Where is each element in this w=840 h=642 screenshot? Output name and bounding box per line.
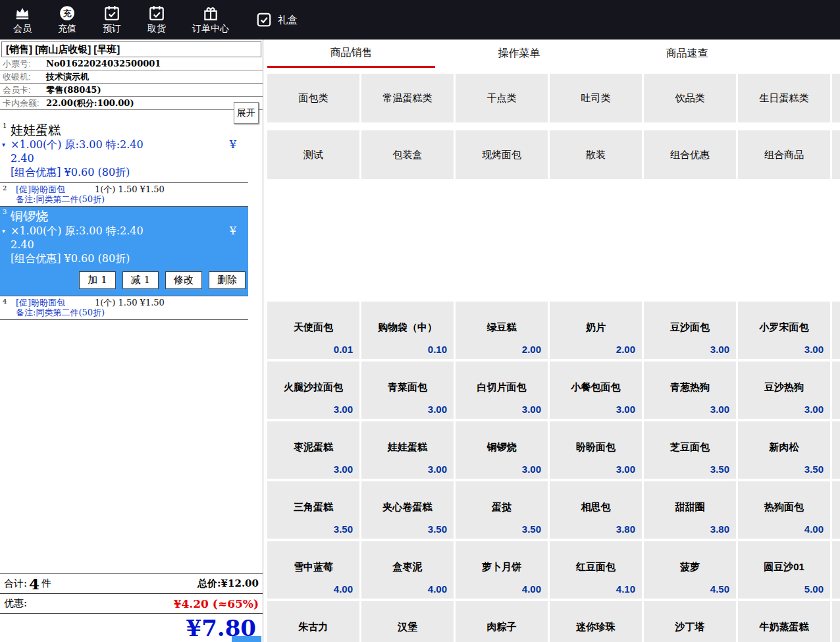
cart-item-selected[interactable]: 3 铜锣烧 ▾ ×1.00(个) 原:3.00 特:2.40 ¥ 2.40 [组… <box>0 207 248 296</box>
product-tile[interactable]: 盼盼面包3.00 <box>550 421 642 479</box>
product-tile[interactable]: 铜锣烧3.00 <box>456 421 548 479</box>
toolbar-reservation-button[interactable]: 预订 <box>103 5 121 35</box>
category-tile[interactable]: 吐司类 <box>550 74 642 122</box>
product-tile[interactable]: 萝卜月饼4.00 <box>456 541 548 599</box>
category-tile[interactable]: 测试 <box>267 130 359 179</box>
total-count: 4 <box>29 575 39 593</box>
collapse-triangle-icon[interactable]: ▾ <box>2 138 5 152</box>
product-tile[interactable]: 沙丁塔 <box>644 601 736 642</box>
product-tile[interactable]: 天使面包0.01 <box>267 302 359 359</box>
product-tile[interactable]: 青葱热狗3.00 <box>644 361 736 419</box>
category-tile[interactable]: 干点类 <box>456 74 548 122</box>
product-name: 火腿沙拉面包 <box>267 381 359 394</box>
product-price: 2.00 <box>522 344 541 355</box>
category-tile[interactable]: 饮品类 <box>644 74 736 122</box>
tab-product-quick-search[interactable]: 商品速查 <box>603 40 771 68</box>
product-price: 3.50 <box>334 523 353 535</box>
product-tile[interactable]: 新肉松3.50 <box>738 421 830 479</box>
product-price: 3.00 <box>710 344 729 355</box>
cart-item[interactable]: 1 娃娃蛋糕 ▾ ×1.00(个) 原:3.00 特:2.40 ¥ 2.40 [… <box>0 120 248 183</box>
toolbar-giftbox-button[interactable]: 礼盒 <box>255 11 298 28</box>
category-tile[interactable]: 组合商品 <box>738 130 830 179</box>
product-tile[interactable]: 芝豆面包3.50 <box>644 421 736 479</box>
product-price: 3.50 <box>804 464 824 475</box>
toolbar-member-button[interactable]: 会员 <box>13 5 32 35</box>
product-tile[interactable]: 汉堡 <box>361 601 454 642</box>
product-tile[interactable]: 热狗面包4.00 <box>738 481 830 539</box>
product-name: 购物袋（中） <box>361 321 454 334</box>
minus-one-button[interactable]: 减 1 <box>122 271 159 289</box>
product-tile[interactable]: 青菜面包3.00 <box>361 361 454 419</box>
cart-item-combo-discount: [组合优惠] ¥0.60 (80折) <box>11 252 248 266</box>
checkbox-check-icon <box>255 11 273 28</box>
cart-item-qty-price: 1(个) 1.50 ¥1.50 <box>95 298 165 308</box>
product-tile[interactable]: 朱古力 <box>267 601 359 642</box>
category-tile[interactable]: 面包类 <box>267 74 359 122</box>
cart-item[interactable]: 4 [促]盼盼面包 1(个) 1.50 ¥1.50 备注:同类第二件(50折) <box>0 296 248 320</box>
product-tile[interactable]: 枣泥蛋糕3.00 <box>267 421 359 479</box>
product-tile[interactable]: 白切片面包3.00 <box>456 361 548 419</box>
product-tile[interactable]: 三角蛋糕3.50 <box>267 481 359 539</box>
partial-tile <box>832 481 840 539</box>
product-price: 3.50 <box>428 523 447 535</box>
product-tile[interactable]: 肉粽子 <box>456 601 548 642</box>
product-tile[interactable]: 绿豆糕2.00 <box>456 302 548 359</box>
product-tile[interactable]: 购物袋（中）0.10 <box>361 302 454 359</box>
info-row-register: 收银机: 技术演示机 <box>0 70 263 84</box>
cart-item[interactable]: 2 [促]盼盼面包 1(个) 1.50 ¥1.50 备注:同类第二件(50折) <box>0 183 248 207</box>
category-tile[interactable]: 现烤面包 <box>456 130 548 179</box>
product-tile[interactable]: 豆沙热狗3.00 <box>738 361 830 419</box>
cart-item-promo-name: [促]盼盼面包 <box>16 184 95 194</box>
toolbar-pickup-button[interactable]: 取货 <box>147 5 166 35</box>
product-tile[interactable]: 蛋挞3.50 <box>456 481 548 539</box>
summary-payable-row: ¥7.80 <box>0 613 263 642</box>
tab-operation-menu[interactable]: 操作菜单 <box>435 40 603 68</box>
add-one-button[interactable]: 加 1 <box>79 271 115 289</box>
product-name: 豆沙热狗 <box>738 381 830 394</box>
cart-item-actions: 加 1 减 1 修改 删除 <box>11 271 248 289</box>
modify-button[interactable]: 修改 <box>165 271 202 289</box>
delete-button[interactable]: 删除 <box>209 271 246 289</box>
collapse-triangle-icon[interactable]: ▾ <box>2 224 5 238</box>
product-tile[interactable]: 夹心卷蛋糕3.50 <box>361 481 454 539</box>
toolbar-recharge-button[interactable]: 充 充值 <box>58 5 76 35</box>
product-tile[interactable]: 甜甜圈3.80 <box>644 481 736 539</box>
partial-tile <box>832 302 840 359</box>
product-tile[interactable]: 迷你珍珠 <box>550 601 642 642</box>
product-name: 奶片 <box>550 321 642 334</box>
product-tile[interactable]: 牛奶蒸蛋糕 <box>738 601 830 642</box>
product-tile[interactable]: 豆沙面包3.00 <box>644 302 736 359</box>
partial-tile <box>832 361 840 419</box>
product-price: 3.80 <box>616 523 635 535</box>
category-tile[interactable]: 生日蛋糕类 <box>738 74 830 122</box>
product-name: 绿豆糕 <box>456 321 548 334</box>
cart-item-note: 备注:同类第二件(50折) <box>16 308 248 317</box>
partial-tile <box>832 74 840 122</box>
category-tile[interactable]: 包装盒 <box>361 130 454 179</box>
product-tile[interactable]: 火腿沙拉面包3.00 <box>267 361 359 419</box>
product-tile[interactable]: 红豆面包4.10 <box>550 541 642 599</box>
category-tile[interactable]: 组合优惠 <box>644 130 736 179</box>
product-price: 3.00 <box>522 464 541 475</box>
product-tile[interactable]: 圆豆沙015.00 <box>738 541 830 599</box>
product-tile[interactable]: 菠萝4.50 <box>644 541 736 599</box>
category-tile[interactable]: 散装 <box>550 130 642 179</box>
product-tile[interactable]: 相思包3.80 <box>550 481 642 539</box>
info-row-card-balance: 卡内余额: 22.00(积分:100.00) <box>0 97 263 110</box>
product-tile[interactable]: 娃娃蛋糕3.00 <box>361 421 454 479</box>
toolbar-order-center-button[interactable]: 订单中心 <box>192 5 229 35</box>
discount-value: ¥4.20 (≈65%) <box>174 597 259 610</box>
product-tile[interactable]: 小餐包面包3.00 <box>550 361 642 419</box>
product-tile[interactable]: 盒枣泥4.00 <box>361 541 454 599</box>
cart-item-currency: ¥ <box>230 224 236 238</box>
product-price: 3.00 <box>428 464 447 475</box>
category-tile[interactable]: 常温蛋糕类 <box>361 74 454 122</box>
product-tile[interactable]: 小罗宋面包3.00 <box>738 302 830 359</box>
product-tile[interactable]: 雪中蓝莓4.00 <box>267 541 359 599</box>
product-price: 0.10 <box>428 344 447 355</box>
product-tile[interactable]: 奶片2.00 <box>550 302 642 359</box>
product-name: 盒枣泥 <box>361 561 454 574</box>
product-name: 相思包 <box>550 501 642 514</box>
toolbar-pickup-label: 取货 <box>147 23 166 35</box>
tab-product-sales[interactable]: 商品销售 <box>267 40 435 68</box>
